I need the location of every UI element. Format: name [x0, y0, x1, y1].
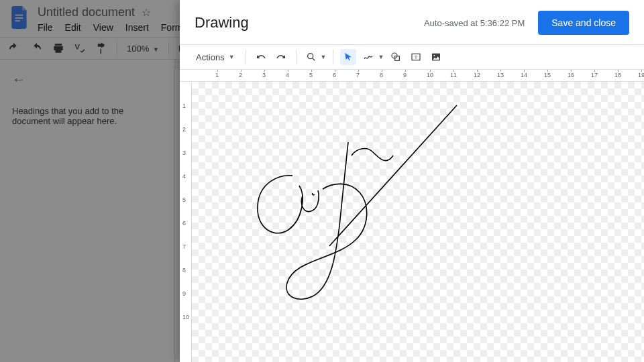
- outline-panel: ← Headings that you add to the document …: [0, 60, 174, 362]
- horizontal-ruler: 12345678910111213141516171819: [180, 70, 644, 82]
- ruler-tick: 5: [182, 196, 186, 203]
- ruler-tick: 3: [262, 72, 266, 78]
- ruler-tick: 19: [638, 72, 644, 78]
- ruler-tick: 6: [182, 220, 186, 227]
- toolbar-separator: [333, 50, 333, 64]
- autosave-status: Auto-saved at 5:36:22 PM: [424, 18, 525, 28]
- toolbar-separator: [296, 50, 297, 64]
- drawing-canvas[interactable]: [192, 82, 644, 362]
- image-tool-icon[interactable]: [428, 49, 444, 65]
- undo-icon[interactable]: [253, 49, 269, 65]
- actions-dropdown[interactable]: Actions ▼: [192, 50, 239, 65]
- document-title[interactable]: Untitled document: [38, 5, 135, 19]
- svg-rect-0: [15, 15, 23, 16]
- canvas-area: 12345678910111213141516171819 1234567891…: [180, 70, 644, 362]
- ruler-tick: 10: [182, 314, 189, 320]
- drawing-modal: Drawing Auto-saved at 5:36:22 PM Save an…: [180, 0, 644, 362]
- actions-label: Actions: [196, 52, 225, 62]
- vertical-ruler: 12345678910: [180, 82, 192, 362]
- print-icon[interactable]: [52, 42, 64, 54]
- textbox-tool-icon[interactable]: T: [408, 49, 424, 65]
- svg-rect-2: [15, 20, 20, 21]
- ruler-tick: 18: [614, 72, 621, 78]
- ruler-tick: 9: [182, 290, 186, 297]
- ruler-tick: 8: [182, 267, 186, 274]
- svg-point-5: [392, 53, 397, 58]
- ruler-tick: 15: [544, 72, 551, 78]
- ruler-tick: 9: [403, 72, 407, 78]
- ruler-tick: 16: [568, 72, 574, 78]
- svg-rect-1: [15, 17, 23, 19]
- outline-placeholder: Headings that you add to the document wi…: [12, 106, 162, 126]
- ruler-tick: 17: [591, 72, 598, 78]
- save-and-close-button[interactable]: Save and close: [538, 11, 629, 35]
- ruler-tick: 7: [182, 243, 186, 250]
- menu-insert[interactable]: Insert: [125, 22, 149, 33]
- ruler-tick: 3: [182, 149, 186, 156]
- docs-logo-icon: [8, 5, 32, 29]
- undo-icon[interactable]: [9, 42, 21, 54]
- ruler-tick: 6: [333, 72, 336, 78]
- svg-point-3: [307, 54, 313, 59]
- redo-icon[interactable]: [31, 42, 43, 54]
- svg-point-10: [434, 55, 435, 56]
- ruler-tick: 5: [309, 72, 313, 78]
- paint-format-icon[interactable]: [95, 42, 107, 54]
- caret-down-icon: ▼: [378, 54, 384, 60]
- drawing-toolbar: Actions ▼ ▼ ▼ T: [180, 44, 644, 70]
- ruler-tick: 1: [215, 72, 219, 78]
- zoom-icon: [303, 49, 319, 65]
- ruler-tick: 10: [427, 72, 433, 78]
- docs-menu-bar: File Edit View Insert Forma: [38, 19, 188, 37]
- drawing-header: Drawing Auto-saved at 5:36:22 PM Save an…: [180, 0, 644, 44]
- menu-file[interactable]: File: [38, 22, 53, 33]
- ruler-tick: 2: [239, 72, 242, 78]
- ruler-tick: 12: [474, 72, 480, 78]
- spellcheck-icon[interactable]: [74, 42, 86, 54]
- ruler-tick: 11: [450, 72, 457, 78]
- back-arrow-icon[interactable]: ←: [12, 72, 162, 87]
- ruler-tick: 4: [182, 173, 186, 180]
- ruler-tick: 2: [182, 126, 186, 133]
- select-tool-icon[interactable]: [340, 49, 356, 65]
- toolbar-separator: [168, 42, 169, 55]
- menu-edit[interactable]: Edit: [65, 22, 81, 33]
- ruler-tick: 7: [356, 72, 360, 78]
- zoom-dropdown[interactable]: 100% ▼: [127, 44, 159, 54]
- ruler-tick: 4: [286, 72, 289, 78]
- toolbar-separator: [117, 42, 117, 55]
- redo-icon[interactable]: [273, 49, 289, 65]
- ruler-tick: 8: [380, 72, 383, 78]
- caret-down-icon: ▼: [321, 54, 327, 60]
- scribble-icon: [360, 49, 376, 65]
- svg-line-4: [313, 58, 315, 60]
- ruler-tick: 14: [521, 72, 527, 78]
- star-icon[interactable]: ☆: [142, 6, 151, 19]
- zoom-dropdown[interactable]: ▼: [303, 49, 327, 65]
- signature-scribble[interactable]: [219, 88, 460, 310]
- svg-text:T: T: [415, 54, 418, 60]
- ruler-tick: 1: [182, 103, 186, 109]
- caret-down-icon: ▼: [229, 54, 235, 60]
- drawing-title: Drawing: [195, 14, 249, 32]
- shape-tool-icon[interactable]: [388, 49, 404, 65]
- line-tool-dropdown[interactable]: ▼: [360, 49, 384, 65]
- toolbar-separator: [246, 50, 246, 64]
- menu-view[interactable]: View: [93, 22, 113, 33]
- ruler-tick: 13: [497, 72, 504, 78]
